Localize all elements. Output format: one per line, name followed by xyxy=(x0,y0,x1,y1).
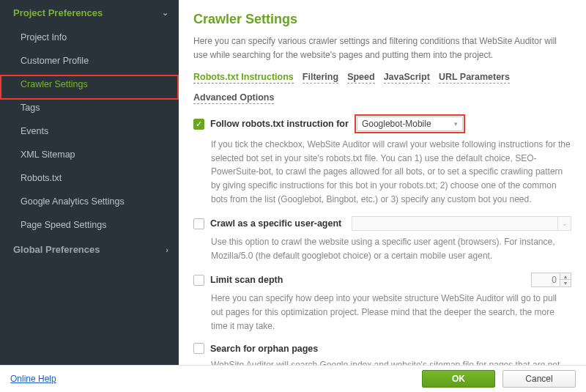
desc-limit-depth: Here you can specify how deep into your … xyxy=(193,292,571,333)
settings-tabs: Robots.txt Instructions Filtering Speed … xyxy=(193,72,571,104)
input-user-agent[interactable]: ⌄ xyxy=(352,216,571,231)
tab-robots-instructions[interactable]: Robots.txt Instructions xyxy=(193,72,294,84)
sidebar-section-project-preferences[interactable]: Project Preferences ⌄ xyxy=(0,0,179,26)
cancel-button[interactable]: Cancel xyxy=(502,370,576,388)
dialog-footer: Online Help OK Cancel xyxy=(0,365,586,392)
select-bot[interactable]: Googlebot-Mobile ▾ xyxy=(357,117,463,131)
sidebar-section-title: Project Preferences xyxy=(13,7,103,18)
sidebar-item-project-info[interactable]: Project Info xyxy=(0,26,179,49)
chevron-down-icon[interactable]: ⌄ xyxy=(557,217,571,230)
sidebar-item-events[interactable]: Events xyxy=(0,119,179,143)
sidebar-item-crawler-settings[interactable]: Crawler Settings xyxy=(0,73,179,96)
stepper-down-icon[interactable]: ▼ xyxy=(560,280,571,286)
main-panel: Crawler Settings Here you can specify va… xyxy=(179,0,586,365)
chevron-right-icon: › xyxy=(166,245,168,254)
sidebar-nav: Project Info Customer Profile Crawler Se… xyxy=(0,26,179,237)
desc-user-agent: Use this option to crawl the website usi… xyxy=(193,235,571,262)
desc-follow-robots: If you tick the checkbox, WebSite Audito… xyxy=(193,138,571,206)
checkbox-limit-depth[interactable] xyxy=(193,275,204,286)
checkbox-orphan-pages[interactable] xyxy=(193,343,204,354)
sidebar-section-global-preferences[interactable]: Global Preferences › xyxy=(0,237,179,262)
label-follow-robots: Follow robots.txt instruction for xyxy=(210,119,349,129)
ok-button[interactable]: OK xyxy=(422,370,495,388)
option-orphan-pages: Search for orphan pages WebSite Auditor … xyxy=(193,343,571,365)
sidebar-item-google-analytics[interactable]: Google Analytics Settings xyxy=(0,190,179,213)
checkbox-user-agent[interactable] xyxy=(193,218,204,229)
option-follow-robots: ✓ Follow robots.txt instruction for Goog… xyxy=(193,114,571,206)
sidebar-item-tags[interactable]: Tags xyxy=(0,96,179,119)
tab-javascript[interactable]: JavaScript xyxy=(384,72,430,84)
input-scan-depth[interactable] xyxy=(531,273,560,287)
tab-advanced-options[interactable]: Advanced Options xyxy=(193,92,274,104)
sidebar-item-robots-txt[interactable]: Robots.txt xyxy=(0,166,179,190)
online-help-link[interactable]: Online Help xyxy=(10,374,56,384)
label-limit-depth: Limit scan depth xyxy=(210,275,283,285)
page-intro: Here you can specify various crawler set… xyxy=(193,34,571,62)
checkbox-follow-robots[interactable]: ✓ xyxy=(193,119,204,130)
select-bot-value: Googlebot-Mobile xyxy=(362,119,431,129)
sidebar-item-page-speed[interactable]: Page Speed Settings xyxy=(0,213,179,237)
chevron-down-icon: ⌄ xyxy=(162,8,168,18)
option-limit-depth: Limit scan depth ▲ ▼ Here you can specif… xyxy=(193,273,571,333)
sidebar-item-customer-profile[interactable]: Customer Profile xyxy=(0,49,179,73)
sidebar-section-title: Global Preferences xyxy=(13,244,100,255)
depth-stepper: ▲ ▼ xyxy=(560,273,571,287)
tab-filtering[interactable]: Filtering xyxy=(303,72,338,84)
tab-url-parameters[interactable]: URL Parameters xyxy=(439,72,510,84)
stepper-up-icon[interactable]: ▲ xyxy=(560,273,571,280)
label-user-agent: Crawl as a specific user-agent xyxy=(210,218,341,229)
tab-speed[interactable]: Speed xyxy=(347,72,375,84)
chevron-down-icon: ▾ xyxy=(454,120,458,127)
sidebar-item-xml-sitemap[interactable]: XML Sitemap xyxy=(0,143,179,166)
sidebar: Project Preferences ⌄ Project Info Custo… xyxy=(0,0,179,365)
label-orphan-pages: Search for orphan pages xyxy=(210,344,318,354)
option-user-agent: Crawl as a specific user-agent ⌄ Use thi… xyxy=(193,216,571,262)
page-title: Crawler Settings xyxy=(193,12,571,27)
desc-orphan-pages: WebSite Auditor will search Google index… xyxy=(193,358,571,365)
select-highlight: Googlebot-Mobile ▾ xyxy=(355,114,465,133)
